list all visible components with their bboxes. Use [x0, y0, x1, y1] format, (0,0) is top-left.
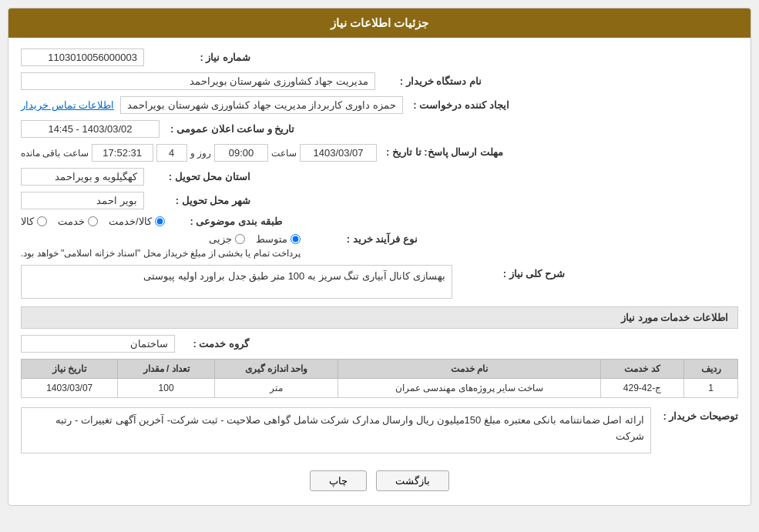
page-title: جزئیات اطلاعات نیاز — [331, 16, 428, 29]
buyer-org-value: مدیریت جهاد کشاورزی شهرستان بویراحمد — [21, 72, 375, 90]
deadline-time-label: ساعت — [271, 148, 297, 159]
city-label: شهر محل تحویل : — [150, 195, 250, 206]
deadline-time: 09:00 — [214, 144, 268, 162]
province-row: استان محل تحویل : کهگیلویه و بویراحمد — [21, 168, 738, 186]
purchase-options: متوسط جزیی پرداخت تمام یا بخشی از مبلغ خ… — [21, 233, 301, 259]
buyer-org-row: نام دستگاه خریدار : مدیریت جهاد کشاورزی … — [21, 72, 738, 90]
purchase-motevaset-option[interactable]: متوسط — [256, 233, 301, 245]
buyer-desc-row: توصیحات خریدار : ارائه اصل ضمانتنامه بان… — [21, 407, 738, 453]
category-kala-khadamat-label: کالا/خدمت — [109, 216, 152, 227]
deadline-date: 1403/03/07 — [300, 144, 377, 162]
col-name: نام خدمت — [338, 360, 601, 379]
buyer-desc-label: توصیحات خریدار : — [663, 407, 738, 422]
purchase-motevaset-label: متوسط — [256, 233, 287, 245]
cell-row: 1 — [684, 379, 738, 398]
category-label: طبقه بندی موضوعی : — [182, 216, 282, 227]
creator-label: ایجاد کننده درخواست : — [409, 99, 509, 111]
category-kala-khadamat-radio[interactable] — [155, 216, 165, 226]
purchase-jozei-radio[interactable] — [235, 234, 245, 244]
table-header-row: ردیف کد خدمت نام خدمت واحد اندازه گیری ت… — [22, 360, 738, 379]
deadline-days: 4 — [156, 144, 187, 162]
purchase-top: متوسط جزیی — [21, 233, 301, 245]
province-value: کهگیلویه و بویراحمد — [21, 168, 144, 186]
announce-date-label: تاریخ و ساعت اعلان عمومی : — [170, 123, 294, 135]
category-kala-label: کالا — [21, 216, 34, 227]
need-desc-section: شرح کلی نیاز : بهسازی کانال آبیاری تنگ س… — [21, 265, 738, 299]
col-unit: واحد اندازه گیری — [214, 360, 338, 379]
service-group-value: ساختمان — [21, 335, 175, 353]
category-khadamat-radio[interactable] — [88, 216, 98, 226]
creator-value: حمزه داوری کاربرداز مدیریت جهاد کشاورزی … — [120, 96, 402, 114]
category-kala-radio[interactable] — [37, 216, 47, 226]
category-khadamat-label: خدمت — [58, 216, 85, 227]
province-label: استان محل تحویل : — [150, 171, 250, 182]
print-button[interactable]: چاپ — [310, 470, 367, 491]
col-date: تاریخ نیاز — [22, 360, 118, 379]
purchase-note: پرداخت تمام یا بخشی از مبلغ خریداز محل "… — [21, 248, 301, 259]
cell-qty: 100 — [118, 379, 214, 398]
announce-date-value: 1403/03/02 - 14:45 — [21, 120, 160, 138]
purchase-jozei-label: جزیی — [209, 233, 232, 245]
services-table: ردیف کد خدمت نام خدمت واحد اندازه گیری ت… — [21, 359, 738, 398]
category-kala-khadamat-option[interactable]: کالا/خدمت — [109, 216, 165, 227]
table-row: 1ج-42-429ساخت سایر پروژه‌های مهندسی عمرا… — [22, 379, 738, 398]
category-khadamat-option[interactable]: خدمت — [58, 216, 98, 227]
announce-date-row: تاریخ و ساعت اعلان عمومی : 1403/03/02 - … — [21, 120, 738, 138]
city-value: بویر احمد — [21, 192, 144, 209]
need-number-value: 1103010056000003 — [21, 49, 144, 66]
buyer-org-label: نام دستگاه خریدار : — [381, 75, 482, 87]
card-header: جزئیات اطلاعات نیاز — [8, 8, 751, 38]
deadline-label: مهلت ارسال پاسخ: تا تاریخ : — [386, 146, 503, 159]
col-qty: تعداد / مقدار — [118, 360, 214, 379]
deadline-days-label: روز و — [190, 148, 211, 159]
col-row: ردیف — [684, 360, 738, 379]
purchase-motevaset-radio[interactable] — [291, 234, 301, 244]
purchase-type-row: نوع فرآیند خرید : متوسط جزیی پرداخت تمام… — [21, 233, 738, 259]
cell-name: ساخت سایر پروژه‌های مهندسی عمران — [338, 379, 601, 398]
deadline-remaining: 17:52:31 — [92, 144, 153, 162]
category-kala-option[interactable]: کالا — [21, 216, 47, 227]
need-desc-row: شرح کلی نیاز : بهسازی کانال آبیاری تنگ س… — [21, 265, 738, 299]
need-number-label: شماره نیاز : — [150, 52, 250, 63]
purchase-type-label: نوع فرآیند خرید : — [317, 233, 418, 245]
service-group-label: گروه خدمت : — [187, 338, 249, 350]
city-row: شهر محل تحویل : بویر احمد — [21, 192, 738, 209]
back-button[interactable]: بازگشت — [376, 470, 449, 491]
creator-row: ایجاد کننده درخواست : حمزه داوری کاربردا… — [21, 96, 738, 114]
purchase-jozei-option[interactable]: جزیی — [209, 233, 245, 245]
page-wrapper: جزئیات اطلاعات نیاز شماره نیاز : 1103010… — [0, 0, 759, 532]
cell-date: 1403/03/07 — [22, 379, 118, 398]
services-section-header: اطلاعات خدمات مورد نیاز — [21, 306, 738, 329]
need-desc-box: بهسازی کانال آبیاری تنگ سریز به 100 متر … — [21, 265, 452, 299]
service-group-row: گروه خدمت : ساختمان — [21, 335, 738, 353]
category-row: طبقه بندی موضوعی : کالا/خدمت خدمت کالا — [21, 216, 738, 227]
deadline-row: مهلت ارسال پاسخ: تا تاریخ : 1403/03/07 س… — [21, 144, 738, 162]
contact-link[interactable]: اطلاعات تماس خریدار — [21, 99, 114, 111]
main-card: جزئیات اطلاعات نیاز شماره نیاز : 1103010… — [8, 8, 751, 506]
need-number-row: شماره نیاز : 1103010056000003 — [21, 49, 738, 66]
deadline-remaining-label: ساعت باقی مانده — [21, 148, 89, 159]
buyer-desc-box: ارائه اصل ضمانتنامه بانکی معتبره مبلغ 15… — [21, 407, 651, 453]
card-body: شماره نیاز : 1103010056000003 نام دستگاه… — [8, 38, 751, 505]
col-code: کد خدمت — [601, 360, 684, 379]
cell-code: ج-42-429 — [601, 379, 684, 398]
cell-unit: متر — [214, 379, 338, 398]
need-desc-label: شرح کلی نیاز : — [465, 265, 565, 279]
button-row: بازگشت چاپ — [21, 464, 738, 494]
